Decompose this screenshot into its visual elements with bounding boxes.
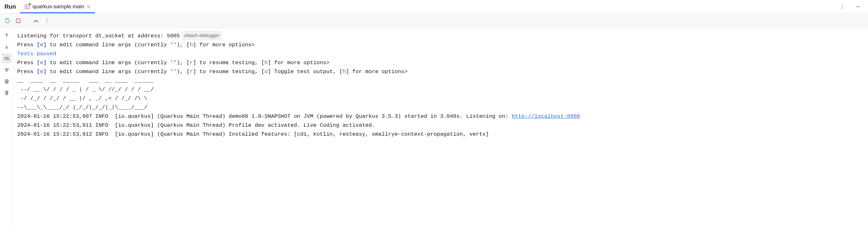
console-gutter <box>0 28 13 226</box>
down-arrow-icon[interactable] <box>2 42 11 52</box>
panel-title: Run <box>0 0 20 13</box>
stop-button[interactable] <box>13 16 23 26</box>
attach-debugger-hint[interactable]: Attach debugger <box>182 31 222 40</box>
minimize-icon[interactable] <box>853 2 863 11</box>
performance-icon[interactable] <box>31 16 41 26</box>
svg-point-1 <box>842 4 842 5</box>
tests-paused: Tests paused <box>17 51 56 57</box>
trash-icon[interactable] <box>2 88 11 98</box>
server-url-link[interactable]: http://localhost:8080 <box>512 113 580 119</box>
svg-point-7 <box>46 20 47 21</box>
banner-line: --/ __ \/ / / / _ | / _ \/ //_/ / / / __… <box>17 85 867 94</box>
log-line: 2024-01-16 15:22:53,912 INFO [io.quarkus… <box>17 130 867 139</box>
up-arrow-icon[interactable] <box>2 31 11 40</box>
log-line: 2024-01-16 15:22:53,911 INFO [io.quarkus… <box>17 121 867 130</box>
svg-point-6 <box>46 19 47 19</box>
toolbar-more-icon[interactable] <box>42 16 52 26</box>
banner-line: --\___\_\____/_/ |_/_/|_/_/|_|\____/___/ <box>17 103 867 112</box>
svg-rect-4 <box>16 19 20 23</box>
soft-wrap-icon[interactable] <box>2 54 11 63</box>
console-output[interactable]: Listening for transport dt_socket at add… <box>13 28 868 226</box>
rerun-button[interactable] <box>3 16 12 26</box>
banner-line: __ ____ __ _____ ___ __ ____ ______ <box>17 76 867 85</box>
print-icon[interactable] <box>2 77 11 86</box>
console-text: Listening for transport dt_socket at add… <box>17 33 180 39</box>
run-config-tab-label: quarkus-sample.main <box>33 3 85 10</box>
log-line: 2024-01-16 15:22:53,907 INFO [io.quarkus… <box>17 113 512 119</box>
close-tab-button[interactable] <box>87 5 91 9</box>
run-config-icon <box>24 4 30 9</box>
svg-point-3 <box>842 8 842 8</box>
svg-point-5 <box>36 21 36 22</box>
scroll-to-end-icon[interactable] <box>2 65 11 75</box>
banner-line: -/ /_/ / /_/ / __ |/ , _/ ,< / /_/ /\ \ <box>17 94 867 103</box>
run-toolbar <box>0 13 868 28</box>
more-options-icon[interactable] <box>837 2 847 11</box>
run-panel-header: Run quarkus-sample.main <box>0 0 868 13</box>
run-config-tab[interactable]: quarkus-sample.main <box>20 0 95 13</box>
svg-point-2 <box>842 6 842 7</box>
svg-point-8 <box>46 22 47 22</box>
